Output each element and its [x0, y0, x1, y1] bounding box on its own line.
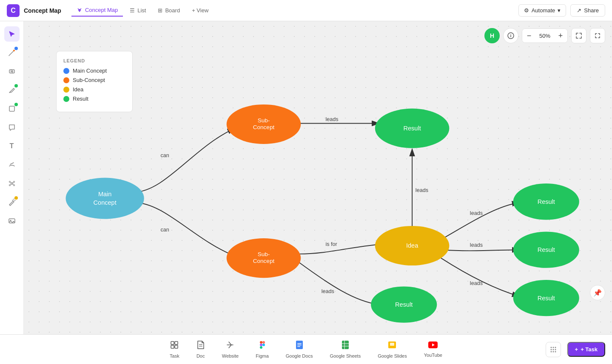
automate-button[interactable]: ⚙ Automate ▾: [518, 4, 566, 17]
topbar-right: ⚙ Automate ▾ ↗ Share: [518, 4, 605, 17]
toolbar-google-slides[interactable]: Google Slides: [369, 337, 416, 362]
toolbar-task[interactable]: Task: [161, 337, 188, 362]
fullscreen-button[interactable]: [590, 28, 605, 43]
tab-list[interactable]: ☰ List: [125, 4, 151, 17]
svg-point-46: [555, 351, 556, 352]
concept-map-icon: [77, 7, 83, 13]
legend-idea: Idea: [63, 86, 125, 93]
svg-rect-36: [390, 343, 394, 346]
svg-point-40: [555, 347, 556, 348]
toolbar-youtube-label: YouTube: [424, 353, 442, 358]
node-result-right-mid-label: Result: [538, 246, 555, 253]
legend-dot-sub: [63, 77, 69, 83]
toolbar-google-sheets-label: Google Sheets: [330, 353, 361, 358]
sidebar-comment-icon[interactable]: [4, 120, 20, 135]
svg-point-41: [551, 349, 552, 350]
legend-sub-concept: Sub-Concept: [63, 77, 125, 83]
svg-rect-31: [342, 341, 349, 349]
sidebar-link-icon[interactable]: [4, 64, 20, 79]
toolbar-figma[interactable]: Figma: [247, 337, 277, 362]
node-result-bottom-left-label: Result: [395, 301, 413, 308]
node-sub-concept-1-label: Sub-: [258, 117, 270, 124]
node-sub-concept-2-label: Sub-: [258, 251, 270, 257]
sidebar-brush-icon[interactable]: [4, 157, 20, 172]
sidebar-arrow-cursor-icon[interactable]: [4, 26, 20, 42]
tab-add-view[interactable]: + View: [187, 4, 213, 17]
tab-board[interactable]: ⊞ Board: [153, 4, 185, 17]
edge-label-can2: can: [161, 227, 169, 233]
sidebar-pen-icon[interactable]: [4, 82, 20, 98]
add-task-button[interactable]: + + Task: [567, 342, 605, 357]
app-logo: C: [7, 4, 20, 17]
node-result-right-bot-label: Result: [538, 295, 555, 302]
google-docs-icon: [296, 340, 303, 352]
app-title: Concept Map: [24, 7, 61, 14]
edge-sub2-to-idea: [299, 244, 387, 254]
task-icon: [170, 340, 179, 352]
automate-icon: ⚙: [524, 7, 529, 14]
google-sheets-icon: [342, 340, 349, 352]
website-icon: [225, 340, 235, 352]
svg-point-45: [553, 351, 554, 352]
toolbar-figma-label: Figma: [256, 353, 269, 358]
svg-text:Concept: Concept: [94, 199, 117, 206]
svg-point-44: [551, 351, 552, 352]
zoom-control: − 50% +: [522, 28, 568, 43]
legend: LEGEND Main Concept Sub-Concept Idea Res…: [56, 51, 133, 112]
toolbar-google-sheets[interactable]: Google Sheets: [321, 337, 369, 362]
toolbar-google-docs[interactable]: Google Docs: [277, 337, 322, 362]
node-main-concept-label: Main: [98, 191, 112, 198]
svg-point-38: [551, 347, 552, 348]
fit-view-button[interactable]: [571, 28, 586, 43]
toolbar-website[interactable]: Website: [213, 337, 248, 362]
toolbar-website-label: Website: [222, 353, 239, 358]
edge-label-leads5: leads: [470, 242, 483, 248]
figma-icon: [258, 340, 267, 352]
edge-idea-to-result-rt: [441, 203, 519, 240]
share-button[interactable]: ↗ Share: [570, 4, 605, 17]
left-sidebar: T: [0, 21, 24, 334]
grid-view-button[interactable]: [546, 342, 561, 357]
edge-sub2-to-result-bottom: [299, 262, 379, 305]
pin-button[interactable]: 📌: [590, 285, 605, 300]
main-area: T: [0, 21, 612, 334]
canvas-controls: H − 50% +: [484, 28, 605, 43]
sidebar-magic-wand-icon[interactable]: [4, 195, 20, 210]
svg-rect-29: [297, 345, 302, 346]
share-icon: ↗: [577, 7, 581, 14]
sidebar-magic-icon[interactable]: [4, 45, 20, 60]
svg-rect-25: [260, 346, 262, 349]
canvas-area[interactable]: H − 50% +: [24, 21, 612, 334]
toolbar-google-slides-label: Google Slides: [378, 353, 407, 358]
edge-label-leads6: leads: [470, 280, 483, 286]
info-button[interactable]: [503, 28, 518, 43]
toolbar-doc[interactable]: Doc: [188, 337, 213, 362]
sidebar-shape-icon[interactable]: [4, 101, 20, 116]
zoom-level: 50%: [536, 33, 554, 39]
toolbar-doc-label: Doc: [196, 353, 205, 358]
node-idea-label: Idea: [406, 242, 418, 249]
edge-label-leads4: leads: [470, 210, 483, 216]
zoom-in-button[interactable]: +: [554, 29, 567, 42]
toolbar-youtube[interactable]: YouTube: [416, 338, 451, 361]
sidebar-text-icon[interactable]: T: [4, 138, 20, 154]
bottom-toolbar: Task Doc Website: [0, 334, 612, 364]
legend-dot-result: [63, 96, 69, 102]
sidebar-image-icon[interactable]: [4, 213, 20, 229]
edge-label-can1: can: [161, 152, 169, 158]
zoom-out-button[interactable]: −: [522, 29, 536, 42]
svg-point-11: [510, 34, 511, 35]
node-main-concept[interactable]: [66, 178, 144, 219]
user-avatar: H: [484, 28, 500, 43]
legend-title: LEGEND: [63, 58, 125, 63]
legend-dot-idea: [63, 87, 69, 93]
svg-rect-28: [297, 343, 302, 344]
tab-concept-map[interactable]: Concept Map: [71, 4, 123, 17]
toolbar-google-docs-label: Google Docs: [286, 353, 313, 358]
edge-label-leads3: leads: [416, 187, 428, 193]
legend-dot-main: [63, 68, 69, 74]
svg-text:Concept: Concept: [253, 258, 275, 264]
sidebar-network-icon[interactable]: [4, 176, 20, 191]
board-icon: ⊞: [158, 7, 162, 14]
edge-main-to-sub2: [134, 203, 235, 256]
